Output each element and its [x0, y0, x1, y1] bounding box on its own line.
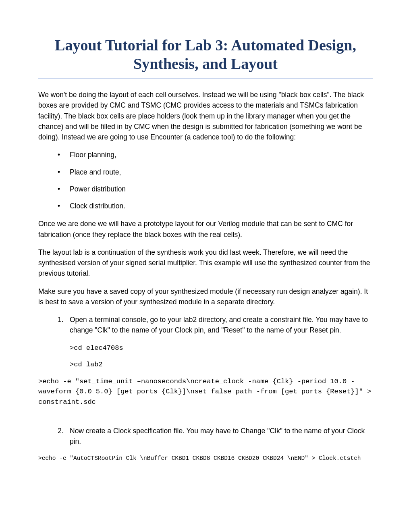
list-item: Clock distribution. — [38, 201, 373, 211]
step-list: Now create a Clock specification file. Y… — [38, 426, 373, 447]
body-paragraph: Make sure you have a saved copy of your … — [38, 286, 373, 308]
list-item: Place and route, — [38, 167, 373, 177]
list-item: Floor planning, — [38, 150, 373, 160]
code-block: >echo -e "set_time_unit –nanoseconds\ncr… — [38, 376, 373, 407]
code-line: >cd elec4708s — [38, 343, 373, 353]
code-line: >cd lab2 — [38, 360, 373, 370]
code-line: >echo -e "AutoCTSRootPin Clk \nBuffer CK… — [38, 454, 373, 463]
body-paragraph: The layout lab is a continuation of the … — [38, 247, 373, 279]
step-text: Now create a Clock specification file. Y… — [70, 427, 365, 445]
step-item: Open a terminal console, go to your lab2… — [38, 314, 373, 336]
page-title: Layout Tutorial for Lab 3: Automated Des… — [38, 36, 373, 79]
body-paragraph: Once we are done we will have a prototyp… — [38, 218, 373, 240]
step-list: Open a terminal console, go to your lab2… — [38, 314, 373, 336]
list-item: Power distribution — [38, 184, 373, 194]
step-text: Open a terminal console, go to your lab2… — [70, 316, 368, 334]
step-item: Now create a Clock specification file. Y… — [38, 426, 373, 447]
bullet-list: Floor planning, Place and route, Power d… — [38, 150, 373, 211]
intro-paragraph: We won't be doing the layout of each cel… — [38, 89, 373, 142]
